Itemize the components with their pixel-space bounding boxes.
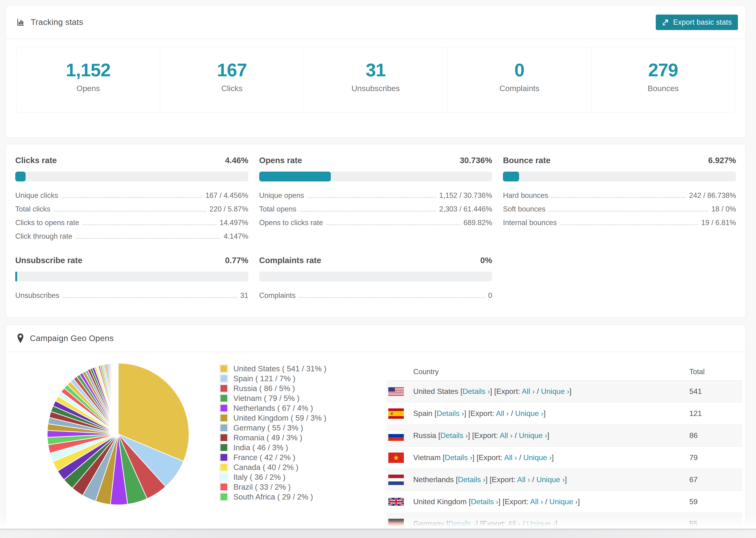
rate-detail-rows: Hard bounces242 / 86.738%Soft bounces18 … [503, 186, 736, 227]
progress-fill [503, 172, 519, 182]
ru-flag-icon [388, 430, 404, 441]
slash-separator: / [520, 519, 527, 528]
legend-item[interactable]: India ( 46 / 3% ) [220, 443, 372, 452]
rate-title: Unsubscribe rate [15, 256, 82, 265]
export-all-link[interactable]: All › [504, 453, 517, 462]
rate-value: 0% [480, 256, 492, 265]
legend-item[interactable]: Germany ( 55 / 3% ) [220, 423, 372, 433]
export-label: ] [Export: [472, 453, 504, 462]
details-link[interactable]: Details › [445, 453, 472, 462]
export-unique-link[interactable]: Unique › [519, 431, 547, 440]
rate-head: Clicks rate4.46% [15, 156, 248, 165]
legend-item[interactable]: Italy ( 36 / 2% ) [220, 472, 372, 482]
slash-separator: / [543, 497, 549, 506]
country-name: Germany [413, 519, 444, 528]
export-all-link[interactable]: All › [530, 497, 543, 506]
dotted-leader [552, 197, 686, 198]
rate-head: Opens rate30.736% [259, 156, 492, 165]
table-row: Vietnam [Details ›] [Export: All › / Uni… [387, 447, 742, 469]
legend-item[interactable]: Canada ( 40 / 2% ) [220, 462, 372, 472]
geo-pie-chart[interactable] [44, 360, 192, 508]
export-all-link[interactable]: All › [496, 409, 509, 418]
details-link[interactable]: Details › [458, 475, 485, 484]
country-total: 86 [689, 431, 742, 440]
map-pin-icon [16, 333, 25, 344]
legend-label: Russia ( 86 / 5% ) [233, 384, 295, 393]
legend-item[interactable]: Spain ( 121 / 7% ) [220, 374, 372, 383]
legend-label: France ( 42 / 2% ) [233, 453, 296, 462]
country-name: Netherlands [413, 475, 454, 484]
details-link[interactable]: Details › [471, 497, 498, 506]
export-unique-link[interactable]: Unique › [515, 409, 544, 418]
table-row: United States [Details ›] [Export: All ›… [387, 381, 742, 403]
bracket: ] [578, 497, 580, 506]
legend-swatch [220, 423, 228, 432]
legend-label: Romania ( 49 / 3% ) [233, 433, 302, 442]
legend-item[interactable]: Russia ( 86 / 5% ) [220, 384, 372, 393]
legend-item[interactable]: Vietnam ( 79 / 5% ) [220, 394, 372, 403]
bracket: ] [544, 409, 546, 418]
rate-value: 30.736% [460, 156, 492, 165]
detail-value: 242 / 86.738% [689, 191, 736, 200]
stat-label: Complaints [448, 84, 591, 93]
nl-flag-icon [388, 475, 404, 485]
export-unique-link[interactable]: Unique › [523, 453, 552, 462]
export-label: ] [Export: [490, 387, 522, 396]
legend-item[interactable]: France ( 42 / 2% ) [220, 453, 372, 462]
rate-block: Complaints rate0%Complaints0 [259, 256, 492, 300]
bracket: [ [441, 453, 445, 462]
rate-title: Clicks rate [15, 156, 57, 165]
legend-item[interactable]: Romania ( 49 / 3% ) [220, 433, 372, 443]
bracket: [ [444, 519, 449, 528]
export-basic-stats-button[interactable]: Export basic stats [656, 15, 738, 30]
export-all-link[interactable]: All › [508, 519, 520, 528]
export-all-link[interactable]: All › [500, 431, 513, 440]
detail-label: Click through rate [15, 232, 72, 241]
stat-cell: 279Bounces [591, 47, 735, 112]
tracking-stats-card: Tracking stats Export basic stats 1,152O… [6, 5, 746, 138]
rate-block: Opens rate30.736%Unique opens1,152 / 30.… [259, 156, 492, 241]
export-all-link[interactable]: All › [517, 475, 530, 484]
export-all-link[interactable]: All › [522, 387, 535, 396]
export-label: ] [Export: [486, 475, 517, 484]
legend-item[interactable]: Brazil ( 33 / 2% ) [220, 482, 372, 492]
legend-item[interactable]: Netherlands ( 67 / 4% ) [220, 403, 372, 413]
export-unique-link[interactable]: Unique › [527, 519, 555, 528]
slash-separator: / [535, 387, 541, 396]
details-link[interactable]: Details › [437, 409, 464, 418]
legend-label: Spain ( 121 / 7% ) [233, 374, 296, 383]
progress-fill [15, 172, 26, 182]
legend-item[interactable]: South Africa ( 29 / 2% ) [220, 492, 372, 502]
details-link[interactable]: Details › [441, 431, 468, 440]
detail-row: Total opens2,303 / 61.446% [259, 200, 492, 213]
country-total: 59 [689, 497, 742, 506]
horizontal-scrollbar[interactable] [0, 529, 756, 538]
export-unique-link[interactable]: Unique › [541, 387, 569, 396]
details-link[interactable]: Details › [448, 519, 476, 528]
table-row: United Kingdom [Details ›] [Export: All … [387, 491, 742, 513]
legend-label: United Kingdom ( 59 / 3% ) [233, 413, 326, 422]
country-total: 541 [689, 387, 742, 396]
detail-label: Total clicks [15, 205, 50, 213]
stats-row: 1,152Opens167Clicks31Unsubscribes0Compla… [16, 47, 735, 113]
legend-item[interactable]: United States ( 541 / 31% ) [220, 364, 372, 373]
legend-swatch [220, 364, 228, 373]
table-row: Spain [Details ›] [Export: All › / Uniqu… [387, 403, 742, 425]
detail-label: Unique opens [259, 191, 304, 200]
stat-cell: 31Unsubscribes [304, 47, 448, 112]
export-unique-link[interactable]: Unique › [549, 497, 578, 506]
country-total: 55 [689, 519, 742, 528]
bracket: [ [436, 431, 441, 440]
bracket: [ [458, 387, 462, 396]
detail-value: 14.497% [220, 219, 248, 227]
rate-value: 4.46% [225, 156, 248, 165]
bracket: ] [552, 453, 554, 462]
stat-value: 167 [160, 61, 303, 79]
export-unique-link[interactable]: Unique › [536, 475, 565, 484]
details-link[interactable]: Details › [462, 387, 490, 396]
legend-item[interactable]: United Kingdom ( 59 / 3% ) [220, 413, 372, 423]
detail-value: 31 [240, 291, 248, 300]
table-row: Netherlands [Details ›] [Export: All › /… [387, 469, 742, 491]
progress-fill [259, 172, 331, 182]
detail-row: Unique clicks167 / 4.456% [15, 186, 248, 200]
